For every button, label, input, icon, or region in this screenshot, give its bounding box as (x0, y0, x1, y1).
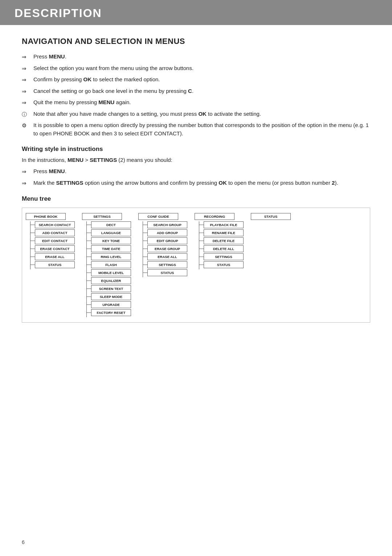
mc-child-cg-settings: SETTINGS (143, 261, 187, 268)
mc-child-editgroup: EDIT GROUP (143, 237, 187, 244)
menu-tree: PHONE BOOK SEARCH CONTACT ADD CONTACT ED… (22, 208, 370, 323)
nav-bullets: Press MENU. Select the option you want f… (22, 53, 370, 138)
recording-deleteall: DELETE ALL (204, 245, 244, 252)
confguide-addgroup: ADD GROUP (147, 229, 187, 236)
mc-child-edit-contact: EDIT CONTACT (30, 237, 75, 244)
settings-keytone: KEY TONE (91, 237, 131, 244)
menu-col-recording: RECORDING PLAYBACK FILE RENAME FILE DELE… (195, 213, 244, 269)
settings-ringlevel: RING LEVEL (91, 253, 131, 260)
ws-bullet-1: Press MENU. (22, 167, 370, 176)
arrow-icon-ws-1 (22, 168, 30, 176)
page-title: DESCRIPTION (15, 7, 377, 20)
menu-col-status: STATUS (251, 213, 291, 221)
settings-dect: DECT (91, 221, 131, 228)
phonebook-add-contact: ADD CONTACT (35, 229, 75, 236)
ws-bullet-2: Mark the SETTINGS option using the arrow… (22, 179, 370, 188)
mc-child-language: LANGUAGE (87, 229, 131, 236)
recording-settings: SETTINGS (204, 253, 244, 260)
phonebook-erase-all: ERASE ALL (35, 253, 75, 260)
nav-section-title: NAVIGATION AND SELECTION IN MENUS (22, 37, 370, 46)
arrow-icon-2 (22, 65, 30, 73)
settings-equalizer: EQUALIZER (91, 277, 131, 284)
menu-col-settings: SETTINGS DECT LANGUAGE KEY TONE (82, 213, 131, 317)
bullet-6: Note that after you have made changes to… (22, 110, 370, 119)
mc-child-deletefile: DELETE FILE (199, 237, 244, 244)
phonebook-header: PHONE BOOK (26, 213, 66, 220)
confguide-searchgroup: SEARCH GROUP (147, 221, 187, 228)
arrow-icon-5 (22, 99, 30, 107)
confguide-settings: SETTINGS (147, 261, 187, 268)
phonebook-search-contact: SEARCH CONTACT (35, 221, 75, 228)
confguide-status: STATUS (147, 269, 187, 276)
confguide-editgroup: EDIT GROUP (147, 237, 187, 244)
mc-child-erase-contact: ERASE CONTACT (30, 245, 75, 252)
phonebook-children: SEARCH CONTACT ADD CONTACT EDIT CONTACT … (30, 221, 75, 269)
settings-language: LANGUAGE (91, 229, 131, 236)
gear-icon-1 (22, 122, 30, 130)
mc-child-deleteall: DELETE ALL (199, 245, 244, 252)
settings-header: SETTINGS (82, 213, 122, 220)
menu-col-phonebook: PHONE BOOK SEARCH CONTACT ADD CONTACT ED… (26, 213, 75, 269)
recording-status: STATUS (204, 261, 244, 268)
settings-children: DECT LANGUAGE KEY TONE TIME DATE (86, 221, 131, 317)
bullet-3: Confirm by pressing OK to select the mar… (22, 75, 370, 84)
phonebook-edit-contact: EDIT CONTACT (35, 237, 75, 244)
bullet-1: Press MENU. (22, 53, 370, 61)
phonebook-status: STATUS (35, 261, 75, 268)
page-number: 6 (22, 539, 25, 545)
mc-child-factoryreset: FACTORY RESET (87, 309, 131, 316)
mc-child-rec-status: STATUS (199, 261, 244, 268)
mc-child-timedate: TIME DATE (87, 245, 131, 252)
mc-child-equalizer: EQUALIZER (87, 277, 131, 284)
recording-renamefile: RENAME FILE (204, 229, 244, 236)
mc-child-screentext: SCREEN TEXT (87, 285, 131, 292)
mc-child-erasegroup: ERASE GROUP (143, 245, 187, 252)
mc-child-searchgroup: SEARCH GROUP (143, 221, 187, 228)
arrow-icon-4 (22, 87, 30, 96)
writing-style-intro: In the instructions, MENU > SETTINGS (2)… (22, 156, 370, 164)
mc-child-add-contact: ADD CONTACT (30, 229, 75, 236)
settings-mobilelevel: MOBILE LEVEL (91, 269, 131, 276)
mc-child-rec-settings: SETTINGS (199, 253, 244, 260)
settings-factoryreset: FACTORY RESET (91, 309, 131, 316)
mc-child-status: STATUS (30, 261, 75, 268)
recording-playbackfile: PLAYBACK FILE (204, 221, 244, 228)
recording-header: RECORDING (195, 213, 234, 220)
mc-child-cg-status: STATUS (143, 269, 187, 276)
mc-child-playbackfile: PLAYBACK FILE (199, 221, 244, 228)
menu-tree-section: Menu tree PHONE BOOK SEARCH CONTACT ADD … (22, 195, 370, 323)
mc-child-dect: DECT (87, 221, 131, 228)
mc-child-renamefile: RENAME FILE (199, 229, 244, 236)
bullet-5: Quit the menu by pressing MENU again. (22, 98, 370, 107)
menu-col-confguide: CONF GUIDE SEARCH GROUP ADD GROUP EDIT G… (138, 213, 187, 277)
recording-deletefile: DELETE FILE (204, 237, 244, 244)
writing-style-bullets: Press MENU. Mark the SETTINGS option usi… (22, 167, 370, 187)
settings-timedate: TIME DATE (91, 245, 131, 252)
confguide-header: CONF GUIDE (138, 213, 178, 220)
recording-children: PLAYBACK FILE RENAME FILE DELETE FILE DE… (199, 221, 244, 269)
info-icon-1 (22, 110, 30, 119)
phonebook-erase-contact: ERASE CONTACT (35, 245, 75, 252)
arrow-icon-3 (22, 76, 30, 84)
confguide-eraseall: ERASE ALL (147, 253, 187, 260)
confguide-erasegroup: ERASE GROUP (147, 245, 187, 252)
settings-upgrade: UPGRADE (91, 301, 131, 308)
bullet-2: Select the option you want from the menu… (22, 64, 370, 73)
mc-child-flash: FLASH (87, 261, 131, 268)
arrow-icon-ws-2 (22, 179, 30, 188)
arrow-icon-1 (22, 53, 30, 61)
mc-child-keytone: KEY TONE (87, 237, 131, 244)
mc-child-erase-all: ERASE ALL (30, 253, 75, 260)
mc-child-sleepmode: SLEEP MODE (87, 293, 131, 300)
settings-flash: FLASH (91, 261, 131, 268)
mc-child-addgroup: ADD GROUP (143, 229, 187, 236)
confguide-children: SEARCH GROUP ADD GROUP EDIT GROUP ERASE … (143, 221, 187, 277)
menu-tree-title: Menu tree (22, 195, 370, 203)
mc-child-ringlevel: RING LEVEL (87, 253, 131, 260)
mc-child-mobilelevel: MOBILE LEVEL (87, 269, 131, 276)
mc-child-cg-eraseall: ERASE ALL (143, 253, 187, 260)
mc-child-upgrade: UPGRADE (87, 301, 131, 308)
settings-sleepmode: SLEEP MODE (91, 293, 131, 300)
bullet-4: Cancel the setting or go back one level … (22, 87, 370, 96)
status-header: STATUS (251, 213, 291, 220)
